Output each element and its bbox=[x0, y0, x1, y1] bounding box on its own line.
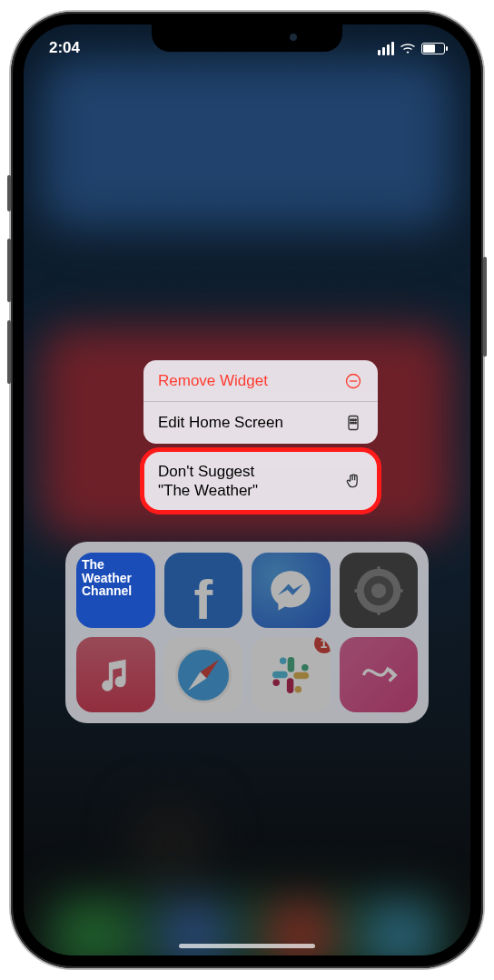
slack-icon bbox=[268, 652, 313, 698]
remove-widget-menu-item[interactable]: Remove Widget bbox=[143, 360, 378, 402]
safari-icon bbox=[175, 647, 232, 703]
screen: 2:04 Remove Widget bbox=[24, 24, 470, 956]
app-slack[interactable]: 1 bbox=[252, 637, 331, 712]
app-settings[interactable] bbox=[340, 553, 419, 628]
edit-home-screen-label: Edit Home Screen bbox=[158, 413, 283, 432]
music-icon bbox=[95, 655, 135, 695]
svg-rect-12 bbox=[377, 566, 380, 573]
remove-widget-label: Remove Widget bbox=[158, 371, 268, 390]
svg-point-4 bbox=[352, 419, 354, 421]
svg-rect-17 bbox=[294, 671, 310, 679]
svg-rect-16 bbox=[288, 657, 295, 672]
app-facebook[interactable]: f bbox=[164, 553, 243, 628]
svg-point-11 bbox=[371, 583, 386, 597]
notification-badge: 1 bbox=[314, 637, 331, 653]
messenger-icon bbox=[267, 567, 314, 614]
svg-point-20 bbox=[280, 657, 287, 664]
dont-suggest-menu-item[interactable]: Don't Suggest "The Weather" bbox=[143, 451, 378, 512]
siri-suggestions-widget[interactable]: The Weather Channel f bbox=[65, 542, 429, 723]
app-messenger[interactable] bbox=[252, 553, 331, 628]
svg-rect-15 bbox=[396, 589, 402, 592]
svg-point-21 bbox=[301, 663, 309, 671]
phone-frame: 2:04 Remove Widget bbox=[11, 12, 483, 968]
battery-icon bbox=[421, 43, 445, 54]
svg-point-7 bbox=[352, 422, 354, 424]
power-button bbox=[483, 257, 487, 357]
status-time: 2:04 bbox=[49, 39, 80, 57]
context-menu: Remove Widget Edit Home Screen bbox=[143, 360, 378, 511]
svg-rect-18 bbox=[287, 678, 294, 693]
dont-suggest-label: Don't Suggest "The Weather" bbox=[158, 462, 258, 501]
notch bbox=[152, 24, 342, 52]
svg-point-22 bbox=[295, 686, 302, 693]
app-weather-channel[interactable]: The Weather Channel bbox=[76, 553, 155, 628]
app-safari[interactable] bbox=[164, 637, 243, 712]
svg-point-8 bbox=[355, 422, 357, 424]
volume-down-button bbox=[7, 320, 11, 384]
svg-rect-19 bbox=[272, 671, 288, 678]
remove-icon bbox=[343, 372, 363, 390]
facebook-icon: f bbox=[193, 572, 212, 628]
home-indicator[interactable] bbox=[179, 944, 315, 948]
svg-point-3 bbox=[351, 419, 352, 421]
settings-icon bbox=[352, 564, 405, 617]
app-skitch[interactable] bbox=[340, 637, 419, 712]
volume-up-button bbox=[7, 239, 11, 302]
svg-rect-13 bbox=[377, 608, 380, 614]
weather-channel-icon-text: The Weather Channel bbox=[82, 558, 150, 598]
cellular-signal-icon bbox=[378, 42, 394, 55]
wifi-icon bbox=[400, 42, 416, 54]
svg-rect-14 bbox=[354, 589, 361, 592]
svg-point-23 bbox=[273, 679, 281, 686]
apps-icon bbox=[343, 414, 363, 432]
hand-icon bbox=[343, 472, 363, 490]
edit-home-screen-menu-item[interactable]: Edit Home Screen bbox=[143, 402, 378, 443]
svg-point-5 bbox=[355, 419, 357, 421]
skitch-icon bbox=[356, 652, 401, 698]
app-music[interactable] bbox=[76, 637, 155, 712]
svg-point-6 bbox=[351, 422, 352, 424]
mute-switch bbox=[7, 175, 11, 211]
